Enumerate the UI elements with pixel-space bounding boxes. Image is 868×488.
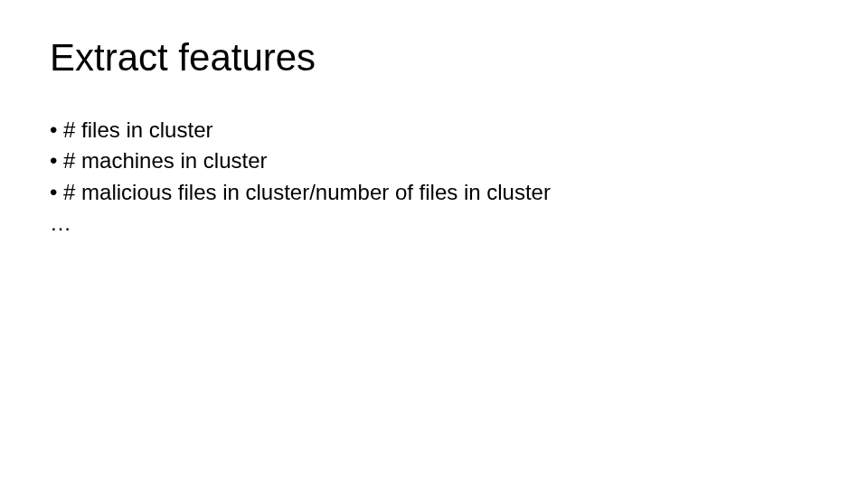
bullet-item: # files in cluster — [50, 116, 818, 145]
slide-body: # files in cluster # machines in cluster… — [50, 116, 818, 239]
bullet-item: # malicious files in cluster/number of f… — [50, 178, 818, 207]
bullet-item: # machines in cluster — [50, 146, 818, 175]
slide: Extract features # files in cluster # ma… — [0, 0, 868, 488]
slide-title: Extract features — [50, 36, 818, 80]
ellipsis: … — [50, 209, 818, 238]
